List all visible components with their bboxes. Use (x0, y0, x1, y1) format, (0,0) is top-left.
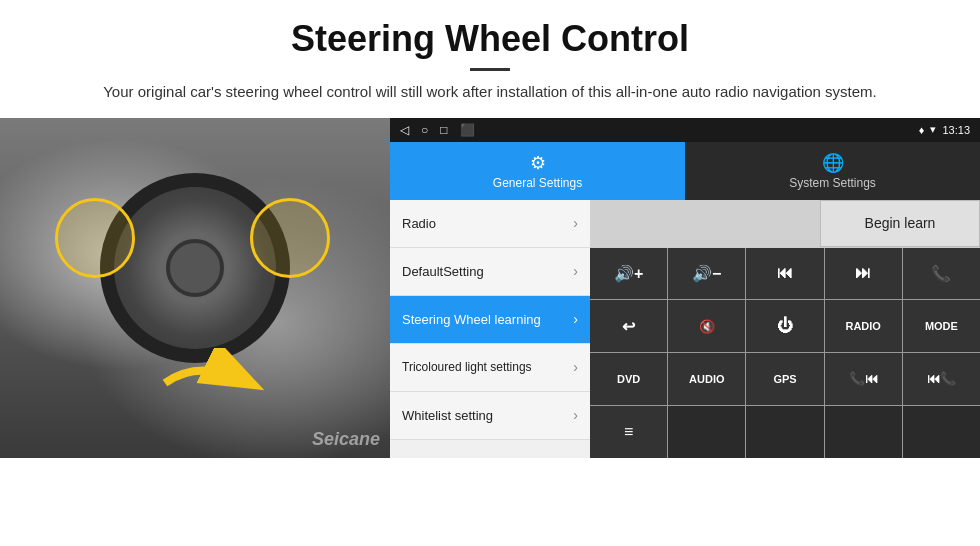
call-button[interactable]: 📞 (903, 248, 980, 300)
vol-down-icon: 🔊− (692, 264, 721, 283)
back-icon[interactable]: ◁ (400, 123, 409, 137)
call-icon: 📞 (931, 264, 951, 283)
gps-icon: ♦ (919, 124, 925, 136)
gps-label: GPS (773, 373, 796, 385)
settings-menu: Radio › DefaultSetting › Steering Wheel … (390, 200, 590, 458)
dvd-button[interactable]: DVD (590, 353, 667, 405)
status-time: 13:13 (942, 124, 970, 136)
prev-track-button[interactable]: ⏮ (746, 248, 823, 300)
chevron-icon: › (573, 407, 578, 423)
status-bar-nav-icons: ◁ ○ □ ⬛ (400, 123, 475, 137)
right-button-highlight (250, 198, 330, 278)
vol-up-button[interactable]: 🔊+ (590, 248, 667, 300)
begin-learn-button[interactable]: Begin learn (820, 200, 980, 247)
recents-icon[interactable]: □ (440, 123, 447, 137)
system-settings-icon: 🌐 (822, 152, 844, 174)
mute-button[interactable]: 🔇 (668, 300, 745, 352)
car-image-inner: Seicane (0, 118, 390, 458)
main-content: Seicane ◁ ○ □ ⬛ ♦ ▾ 13:13 ⚙ General Sett… (0, 118, 980, 458)
menu-item-whitelist[interactable]: Whitelist setting › (390, 392, 590, 440)
menu-icon[interactable]: ⬛ (460, 123, 475, 137)
menu-btn[interactable]: ≡ (590, 406, 667, 458)
call-prev-button[interactable]: 📞⏮ (825, 353, 902, 405)
mute-icon: 🔇 (699, 319, 715, 334)
page-header: Steering Wheel Control Your original car… (0, 0, 980, 114)
menu-item-tricoloured[interactable]: Tricoloured light settings › (390, 344, 590, 392)
back-call-icon: ↩ (622, 317, 635, 336)
menu-item-default-setting[interactable]: DefaultSetting › (390, 248, 590, 296)
next-track-button[interactable]: ⏭ (825, 248, 902, 300)
car-image: Seicane (0, 118, 390, 458)
android-panel: ◁ ○ □ ⬛ ♦ ▾ 13:13 ⚙ General Settings 🌐 S… (390, 118, 980, 458)
tab-system-settings[interactable]: 🌐 System Settings (685, 142, 980, 200)
wifi-icon: ▾ (930, 123, 936, 136)
general-settings-icon: ⚙ (530, 152, 546, 174)
home-icon[interactable]: ○ (421, 123, 428, 137)
title-divider (470, 68, 510, 71)
settings-tabs: ⚙ General Settings 🌐 System Settings (390, 142, 980, 200)
menu-item-steering-wheel[interactable]: Steering Wheel learning › (390, 296, 590, 344)
arrow-icon (160, 348, 280, 418)
mode-button[interactable]: MODE (903, 300, 980, 352)
radio-button[interactable]: RADIO (825, 300, 902, 352)
tab-general-settings[interactable]: ⚙ General Settings (390, 142, 685, 200)
radio-label: RADIO (845, 320, 880, 332)
arrow-overlay (160, 348, 280, 418)
mode-label: MODE (925, 320, 958, 332)
audio-button[interactable]: AUDIO (668, 353, 745, 405)
list-icon: ≡ (624, 423, 633, 441)
prev-track-icon: ⏮ (777, 264, 793, 282)
prev-call-icon: ⏮📞 (927, 371, 956, 386)
watermark: Seicane (312, 429, 380, 450)
audio-label: AUDIO (689, 373, 724, 385)
power-button[interactable]: ⏻ (746, 300, 823, 352)
next-track-icon: ⏭ (855, 264, 871, 282)
tab-general-label: General Settings (493, 176, 582, 190)
status-bar-right: ♦ ▾ 13:13 (919, 123, 970, 136)
chevron-icon: › (573, 311, 578, 327)
settings-content: Begin learn 🔊+ 🔊− ⏮ ⏭ (590, 200, 980, 458)
power-icon: ⏻ (777, 317, 793, 335)
chevron-icon: › (573, 359, 578, 375)
vol-up-icon: 🔊+ (614, 264, 643, 283)
page-title: Steering Wheel Control (20, 18, 960, 60)
content-top-row: Begin learn (590, 200, 980, 248)
chevron-icon: › (573, 263, 578, 279)
call-prev-icon: 📞⏮ (849, 371, 878, 386)
back-call-button[interactable]: ↩ (590, 300, 667, 352)
dvd-label: DVD (617, 373, 640, 385)
empty-btn-3 (825, 406, 902, 458)
menu-item-radio[interactable]: Radio › (390, 200, 590, 248)
prev-call-button[interactable]: ⏮📞 (903, 353, 980, 405)
tab-system-label: System Settings (789, 176, 876, 190)
steering-wheel (100, 173, 290, 363)
content-blank-area (590, 200, 820, 247)
empty-btn-2 (746, 406, 823, 458)
vol-down-button[interactable]: 🔊− (668, 248, 745, 300)
settings-main: Radio › DefaultSetting › Steering Wheel … (390, 200, 980, 458)
button-grid: 🔊+ 🔊− ⏮ ⏭ 📞 ↩ (590, 248, 980, 458)
chevron-icon: › (573, 215, 578, 231)
empty-btn-1 (668, 406, 745, 458)
empty-btn-4 (903, 406, 980, 458)
left-button-highlight (55, 198, 135, 278)
status-bar: ◁ ○ □ ⬛ ♦ ▾ 13:13 (390, 118, 980, 142)
gps-button[interactable]: GPS (746, 353, 823, 405)
page-description: Your original car's steering wheel contr… (20, 81, 960, 104)
